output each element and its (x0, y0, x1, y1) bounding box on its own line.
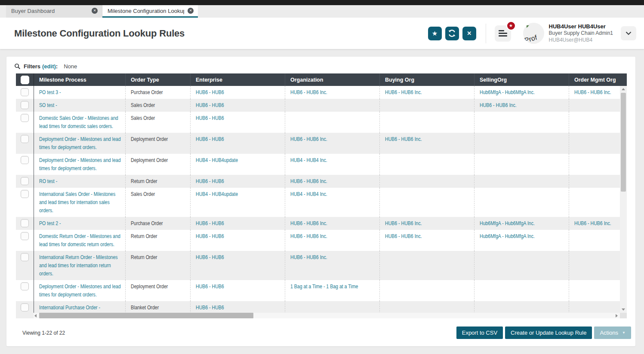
organization-link[interactable]: HUB6 - HUB6 Inc. (290, 232, 378, 241)
buying-org-link[interactable]: HUB6 - HUB6 Inc. (385, 232, 472, 241)
vertical-scrollbar[interactable] (620, 86, 627, 313)
milestone-process-link[interactable]: RO test - (39, 177, 123, 186)
close-tab-icon[interactable]: ✕ (188, 8, 194, 14)
refresh-button[interactable] (445, 27, 459, 40)
enterprise-link[interactable]: HUB6 - HUB6 (196, 283, 283, 291)
organization-link[interactable]: HUB6 - HUB6 Inc. (290, 135, 378, 143)
row-checkbox[interactable] (21, 101, 29, 109)
notifications-menu-button[interactable]: ★ (495, 25, 511, 42)
column-header-milestone-process[interactable]: Milestone Process (34, 73, 125, 86)
column-header-enterprise[interactable]: Enterprise (190, 73, 285, 86)
row-checkbox[interactable] (21, 219, 29, 227)
organization-link[interactable]: HUB6 - HUB6 Inc. (290, 220, 378, 228)
selling-org-link[interactable]: Hub6MfgA - Hub6MfgA Inc. (480, 88, 567, 97)
order-mgmt-org-link[interactable]: HUB6 - HUB6 Inc. (574, 220, 618, 228)
row-checkbox[interactable] (21, 190, 29, 198)
user-menu-button[interactable] (621, 26, 636, 40)
enterprise-link[interactable]: HUB6 - HUB6 (196, 88, 283, 97)
row-checkbox[interactable] (21, 303, 29, 311)
organization-link[interactable]: HUB4 - HUB4 Inc. (290, 190, 378, 198)
scroll-down-icon[interactable] (622, 308, 625, 311)
column-header-buying-org[interactable]: Buying Org (379, 73, 474, 86)
row-checkbox[interactable] (21, 135, 29, 143)
organization-cell: 1 Bag at a Time - 1 Bag at a Time (285, 280, 379, 301)
row-checkbox[interactable] (21, 177, 29, 185)
milestone-process-link[interactable]: International Sales Order - Milestones a… (39, 190, 123, 215)
order-mgmt-org-link[interactable]: HUB6 - HUB6 Inc. (574, 88, 618, 97)
order-type-cell: Sales Order (125, 112, 190, 133)
milestone-process-link[interactable]: Deployment Order - Milestones and lead t… (39, 156, 123, 173)
enterprise-link[interactable]: HUB6 - HUB6 (196, 135, 283, 143)
row-select-cell (16, 175, 34, 188)
enterprise-link[interactable]: HUB6 - HUB6 (196, 101, 283, 110)
milestone-process-link[interactable]: Deployment Order - Milestones and lead t… (39, 135, 123, 152)
enterprise-link[interactable]: HUB6 - HUB6 (196, 114, 283, 122)
milestone-process-link[interactable]: PO test 3 - (39, 88, 123, 97)
vertical-scrollbar-thumb[interactable] (621, 93, 626, 192)
enterprise-link[interactable]: HUB6 - HUB6 (196, 220, 283, 228)
select-all-checkbox[interactable] (21, 76, 29, 84)
actions-button[interactable]: Actions ▼ (594, 327, 631, 339)
filters-edit-link[interactable]: (edit) (42, 63, 56, 70)
row-checkbox[interactable] (21, 88, 29, 96)
scroll-up-icon[interactable] (622, 88, 625, 90)
milestone-process-link[interactable]: Domestic Return Order - Milestones and l… (39, 232, 123, 249)
create-or-update-lookup-rule-button[interactable]: Create or Update Lookup Rule (505, 327, 592, 339)
filters-colon: : (56, 63, 58, 70)
row-checkbox[interactable] (21, 232, 29, 240)
selling-org-link[interactable]: Hub6MfgA - Hub6MfgA Inc. (480, 232, 567, 241)
column-header-order-mgmt-org[interactable]: Order Mgmt Org (569, 73, 620, 86)
column-header-selling-org[interactable]: SellingOrg (474, 73, 569, 86)
organization-link[interactable]: HUB4 - HUB4 Inc. (290, 156, 378, 165)
tab-milestone-configuration-lookup[interactable]: Milestone Configuration Lookup ... ✕ (102, 5, 198, 18)
enterprise-link[interactable]: HUB6 - HUB6 (196, 177, 283, 186)
buying-org-link[interactable]: HUB6 - HUB6 Inc. (385, 135, 472, 143)
row-checkbox[interactable] (21, 156, 29, 164)
row-checkbox[interactable] (21, 282, 29, 290)
buying-org-link[interactable]: HUB6 - HUB6 Inc. (385, 88, 472, 97)
selling-org-link[interactable]: Hub6MfgA - Hub6MfgA Inc. (480, 220, 567, 228)
close-icon: ✕ (467, 30, 471, 37)
milestone-process-link[interactable]: PO test 2 - (39, 220, 123, 228)
enterprise-link[interactable]: HUB6 - HUB6 (196, 232, 283, 241)
milestone-process-link[interactable]: International Return Order - Milestones … (39, 253, 123, 278)
row-select-cell (16, 154, 34, 175)
close-page-button[interactable]: ✕ (462, 27, 476, 40)
milestone-process-link[interactable]: Domestic Sales Order - Milestones and le… (39, 114, 123, 131)
column-header-organization[interactable]: Organization (285, 73, 379, 86)
enterprise-link[interactable]: HUB4 - HUB4update (196, 156, 283, 165)
order-mgmt-org-cell (569, 133, 620, 154)
enterprise-link[interactable]: HUB6 - HUB6 (196, 304, 283, 312)
buying-org-link[interactable]: HUB6 - HUB6 Inc. (385, 220, 472, 228)
row-checkbox[interactable] (21, 253, 29, 261)
favorite-button[interactable]: ★ (428, 27, 442, 40)
milestone-process-cell: Domestic Return Order - Milestones and l… (34, 230, 125, 251)
enterprise-cell: HUB6 - HUB6 (190, 217, 285, 230)
tab-buyer-dashboard[interactable]: Buyer Dashboard ✕ (6, 5, 102, 18)
row-checkbox[interactable] (21, 114, 29, 122)
close-tab-icon[interactable]: ✕ (92, 8, 98, 14)
milestone-process-link[interactable]: Deployment Order - Milestones and lead t… (39, 283, 123, 299)
milestone-process-link[interactable]: SO test - (39, 101, 123, 110)
export-to-csv-button[interactable]: Export to CSV (456, 327, 503, 339)
selling-org-cell (474, 280, 569, 301)
enterprise-link[interactable]: HUB6 - HUB6 (196, 253, 283, 262)
selling-org-link[interactable]: HUB6 - HUB6 Inc. (480, 101, 567, 110)
scroll-left-icon[interactable] (34, 314, 37, 317)
milestone-process-link[interactable]: International Purchase Order - (39, 304, 123, 312)
organization-link[interactable]: 1 Bag at a Time - 1 Bag at a Time (290, 283, 378, 291)
milestone-process-cell: Deployment Order - Milestones and lead t… (34, 154, 125, 175)
horizontal-scrollbar-thumb[interactable] (39, 313, 253, 318)
horizontal-scrollbar[interactable] (34, 313, 620, 318)
organization-link[interactable]: HUB6 - HUB6 Inc. (290, 177, 378, 186)
enterprise-cell: HUB6 - HUB6 (190, 99, 285, 112)
enterprise-link[interactable]: HUB4 - HUB4update (196, 190, 283, 198)
scroll-right-icon[interactable] (616, 314, 618, 317)
avatar-decoration (527, 25, 529, 28)
order-type-cell: Purchase Order (125, 86, 190, 99)
avatar[interactable]: Prof (523, 23, 544, 44)
organization-link[interactable]: HUB6 - HUB6 Inc. (290, 88, 378, 97)
column-header-order-type[interactable]: Order Type (125, 73, 190, 86)
selling-org-cell (474, 188, 569, 217)
organization-link[interactable]: HUB6 - HUB6 Inc. (290, 253, 378, 262)
